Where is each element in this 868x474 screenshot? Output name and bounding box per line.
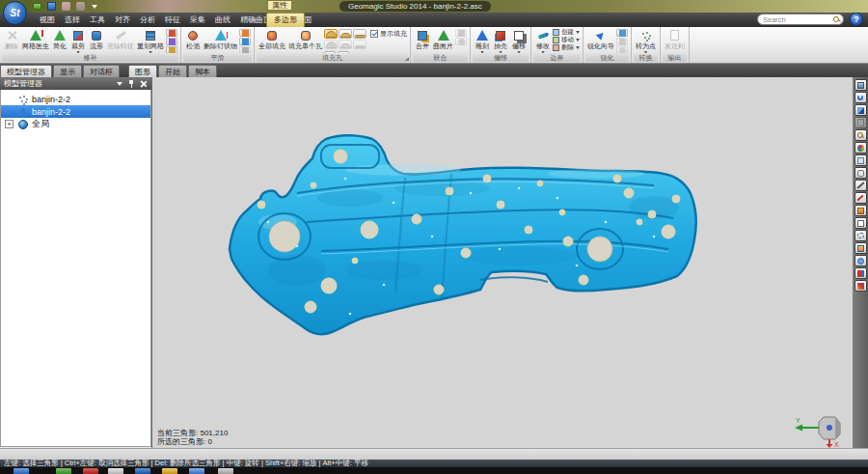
ribbon-group-fill-holes: 全部填充 填充单个孔 — [255, 27, 411, 63]
relax-button[interactable]: 松弛 — [184, 28, 202, 50]
menu-features[interactable]: 特征 — [160, 13, 185, 27]
remove-spikes-button[interactable]: 删除钉状物 — [203, 28, 238, 50]
fit-window-icon[interactable] — [854, 79, 867, 91]
send-to-button[interactable]: 发送到 — [664, 28, 686, 50]
app-logo[interactable]: St — [3, 1, 27, 25]
menu-capture[interactable]: 采集 — [185, 13, 210, 27]
search-input[interactable]: Search — [757, 14, 844, 25]
mesh-model[interactable] — [152, 77, 853, 448]
bridge-1-button[interactable] — [324, 40, 338, 49]
sculpt-button[interactable]: 雕刻 — [474, 28, 491, 54]
viewport-tab-graphics[interactable]: 图形 — [128, 65, 157, 77]
windows-taskbar[interactable] — [0, 467, 868, 474]
show-fill-checkbox[interactable] — [370, 30, 378, 38]
redo-button[interactable] — [74, 1, 86, 12]
zoom-window-icon[interactable] — [854, 104, 867, 116]
defeature-button[interactable]: 去除特征 — [106, 28, 135, 50]
fill-curvature-button[interactable] — [324, 29, 338, 39]
combine-mini-2-icon[interactable] — [455, 38, 467, 45]
qat-customize-button[interactable] — [89, 1, 100, 12]
select-rectangle-icon[interactable] — [854, 242, 867, 254]
save-button[interactable] — [45, 1, 57, 12]
title-bar[interactable]: Geomagic Studio 2014 - banjin-2-2.asc 属性 — [0, 0, 868, 13]
tree-item-mesh-selected[interactable]: banjin-2-2 — [1, 105, 150, 118]
repair-mini-2-icon[interactable] — [166, 38, 177, 45]
patch-button[interactable]: 曲面片 — [432, 28, 454, 50]
pan-icon[interactable] — [854, 154, 867, 166]
fill-all-button[interactable]: 全部填充 — [258, 28, 286, 50]
tree-item-global[interactable]: + 全局 — [1, 118, 150, 130]
tree-item-points[interactable]: banjin-2-2 — [1, 93, 150, 105]
panel-close-button[interactable] — [138, 79, 148, 89]
search-icon[interactable] — [833, 16, 840, 23]
select-through-icon[interactable] — [854, 217, 867, 229]
select-ellipse-icon[interactable] — [854, 255, 867, 266]
measure-icon[interactable] — [854, 180, 867, 191]
menu-analysis[interactable]: 分析 — [135, 13, 160, 27]
taskbar-item[interactable] — [14, 468, 29, 474]
shell-button[interactable]: 抽壳 — [492, 28, 509, 54]
panel-tab-display[interactable]: 显示 — [53, 65, 82, 77]
menu-curves[interactable]: 曲线 — [210, 13, 235, 27]
manifold-button[interactable]: 流形 — [88, 28, 105, 50]
modify-boundary-button[interactable]: 修改 — [534, 28, 552, 54]
sharpen-mini-1-icon[interactable] — [616, 29, 628, 37]
panel-tab-model-manager[interactable]: 模型管理器 — [0, 65, 52, 77]
import-button[interactable] — [31, 1, 42, 12]
zoom-icon[interactable] — [854, 129, 867, 141]
menu-align[interactable]: 对齐 — [110, 13, 135, 27]
combine-mini-1-icon[interactable] — [455, 29, 467, 37]
menu-select[interactable]: 选择 — [60, 13, 85, 27]
menu-tools[interactable]: 工具 — [85, 13, 110, 27]
viewport-tab-start[interactable]: 开始 — [158, 65, 187, 77]
taskbar-item[interactable] — [162, 468, 177, 474]
panel-tab-dialog[interactable]: 对话框 — [83, 65, 120, 77]
bridge-2-button[interactable] — [339, 40, 352, 49]
smooth-mini-1-icon[interactable] — [239, 29, 251, 37]
print-icon[interactable] — [854, 117, 867, 128]
fill-holes-dialog-launcher-icon[interactable] — [405, 57, 409, 61]
select-paint-icon[interactable] — [854, 280, 867, 292]
expand-icon[interactable]: + — [5, 120, 14, 128]
delete-button[interactable]: 删除 — [3, 28, 20, 50]
sharpen-wizard-button[interactable]: 锐化向导 — [586, 28, 615, 50]
bridge-3-button[interactable] — [353, 40, 366, 49]
taskbar-item[interactable] — [56, 468, 71, 474]
taskbar-item[interactable] — [108, 468, 123, 474]
menu-view[interactable]: 视图 — [35, 13, 60, 27]
panel-pin-button[interactable] — [126, 79, 136, 89]
tab-polygons[interactable]: 多边形 — [266, 13, 305, 27]
decimate-button[interactable]: 简化 — [51, 28, 68, 50]
repair-mini-1-icon[interactable] — [166, 29, 177, 37]
viewport-tab-script[interactable]: 脚本 — [188, 65, 217, 77]
taskbar-item[interactable] — [189, 468, 204, 474]
remesh-button[interactable]: 重划网格 — [136, 28, 165, 54]
panel-menu-button[interactable] — [115, 79, 124, 89]
fill-tangent-button[interactable] — [339, 29, 352, 39]
fill-flat-button[interactable] — [353, 29, 366, 39]
mesh-doctor-button[interactable]: 网格医生 — [21, 28, 50, 50]
rotate-view-icon[interactable] — [854, 92, 867, 103]
select-lasso-icon[interactable] — [854, 230, 867, 241]
taskbar-item[interactable] — [135, 468, 150, 474]
shade-mode-icon[interactable] — [854, 142, 867, 153]
delete-boundary-button[interactable]: 删除 — [553, 43, 580, 51]
trim-button[interactable]: 裁剪 — [69, 28, 87, 54]
annotate-icon[interactable] — [854, 192, 867, 204]
merge-button[interactable]: 合并 — [414, 28, 431, 50]
offset-button[interactable]: 偏移 — [510, 28, 528, 54]
axis-triad[interactable]: Y X — [793, 411, 847, 448]
convert-to-points-button[interactable]: 转为点 — [635, 28, 657, 54]
taskbar-item[interactable] — [83, 468, 98, 474]
taskbar-item[interactable] — [218, 468, 233, 474]
undo-button[interactable] — [60, 1, 71, 12]
smooth-mini-2-icon[interactable] — [239, 38, 251, 45]
fill-single-button[interactable]: 填充单个孔 — [287, 28, 323, 50]
sharpen-mini-2-icon[interactable] — [616, 38, 628, 45]
select-visible-icon[interactable] — [854, 205, 867, 216]
manifold-icon — [89, 28, 104, 42]
magnify-icon[interactable] — [854, 167, 867, 179]
3d-viewport[interactable]: 当前三角形: 501,210 所选的三角形: 0 Y X — [152, 77, 853, 448]
select-line-icon[interactable] — [854, 267, 867, 279]
help-button[interactable]: ? — [850, 13, 863, 26]
